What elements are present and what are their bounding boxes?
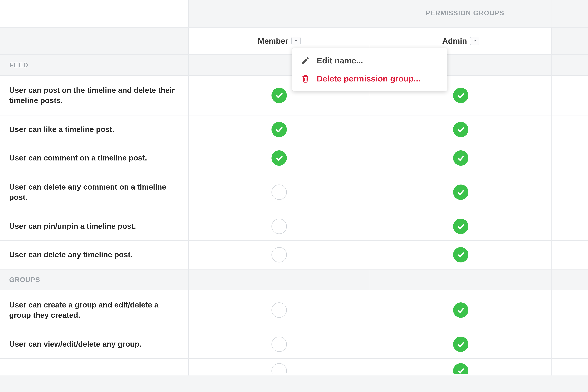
check-icon [453,302,468,318]
section-header-groups: GROUPS [0,269,188,290]
column-header-admin-label: Admin [442,36,467,46]
row-end [552,144,588,172]
permission-label: User can pin/unpin a timeline post. [0,212,188,241]
row-end [552,290,588,330]
check-icon [453,363,468,378]
check-icon [453,219,468,234]
chevron-down-icon [294,38,298,44]
row-end [552,212,588,241]
permission-toggle-member[interactable] [188,290,370,330]
delete-group-label: Delete permission group... [317,74,420,83]
permission-toggle-admin[interactable] [370,172,552,212]
check-icon [453,150,468,166]
permission-toggle-member[interactable] [188,116,370,144]
permission-label: User can like a timeline post. [0,116,188,144]
row-end [552,241,588,269]
colhead-blank [0,27,188,54]
permission-toggle-member[interactable] [188,212,370,241]
permission-toggle-admin[interactable] [370,241,552,269]
grid-corner [0,0,188,27]
permission-toggle-admin[interactable] [370,144,552,172]
column-header-member-label: Member [258,36,288,46]
permission-toggle-member[interactable] [188,330,370,358]
header-spacer-end [552,0,588,27]
permission-toggle-admin[interactable] [370,330,552,358]
permission-toggle-member[interactable] [188,358,370,376]
permission-toggle-member[interactable] [188,241,370,269]
permission-groups-heading: PERMISSION GROUPS [426,9,504,17]
check-icon [453,247,468,262]
permission-toggle-member[interactable] [188,144,370,172]
delete-group-menu-item[interactable]: Delete permission group... [292,70,447,88]
row-end [552,330,588,358]
permission-toggle-admin[interactable] [370,358,552,376]
row-end [552,116,588,144]
empty-circle-icon [272,184,287,200]
permission-label: User can post on the timeline and delete… [0,76,188,116]
permission-label: User can view/edit/delete any group. [0,330,188,358]
permission-toggle-admin[interactable] [370,290,552,330]
check-icon [453,122,468,137]
permission-label [0,358,188,376]
permission-label: User can delete any timeline post. [0,241,188,269]
check-icon [453,88,468,103]
row-end [552,76,588,116]
section-header-cell [370,269,552,290]
empty-circle-icon [272,363,287,378]
check-icon [272,122,287,137]
section-header-feed: FEED [0,54,188,76]
trash-icon [301,74,310,83]
check-icon [272,88,287,103]
section-header-cell [552,269,588,290]
member-dropdown-button[interactable] [292,36,300,45]
permission-label: User can comment on a timeline post. [0,144,188,172]
edit-name-menu-item[interactable]: Edit name... [292,52,447,70]
empty-circle-icon [272,336,287,352]
empty-circle-icon [272,302,287,318]
check-icon [272,150,287,166]
permission-toggle-admin[interactable] [370,212,552,241]
section-header-cell [552,54,588,76]
permission-label: User can create a group and edit/delete … [0,290,188,330]
section-header-cell [188,269,370,290]
row-end [552,358,588,376]
chevron-down-icon [472,38,477,44]
empty-circle-icon [272,247,287,262]
edit-name-label: Edit name... [317,56,363,65]
column-dropdown-menu: Edit name... Delete permission group... [292,48,447,91]
check-icon [453,184,468,200]
colhead-end [552,27,588,54]
check-icon [453,336,468,352]
header-spacer-member [188,0,370,27]
permission-toggle-admin[interactable] [370,116,552,144]
permission-label: User can delete any comment on a timelin… [0,172,188,212]
admin-dropdown-button[interactable] [470,36,479,45]
pencil-icon [301,56,310,65]
row-end [552,172,588,212]
permission-toggle-member[interactable] [188,172,370,212]
empty-circle-icon [272,219,287,234]
